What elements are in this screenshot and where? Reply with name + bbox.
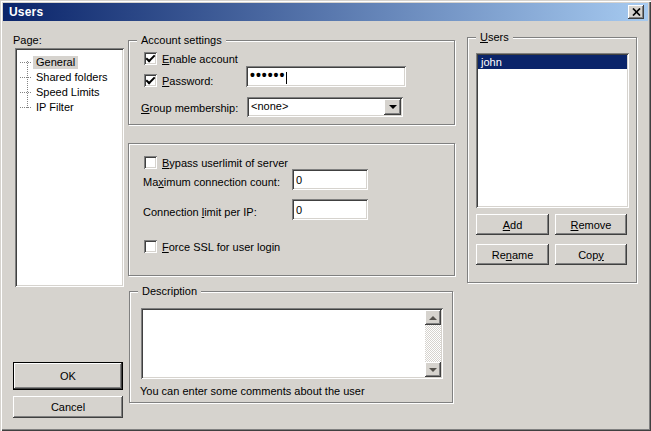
users-dialog: Users Page: General Shared folders Speed… [0, 0, 651, 431]
group-membership-value: <none> [251, 100, 288, 112]
tree-item-label: Shared folders [33, 71, 111, 84]
add-button[interactable]: Add [476, 214, 549, 235]
enable-account-checkbox[interactable] [144, 52, 157, 65]
scroll-up-button[interactable] [425, 310, 441, 325]
close-button[interactable] [628, 5, 644, 19]
copy-button[interactable]: Copy [555, 244, 627, 265]
tree-connector [20, 107, 31, 108]
cancel-button[interactable]: Cancel [13, 396, 123, 418]
password-label: Password: [162, 75, 213, 88]
page-tree[interactable]: General Shared folders Speed Limits IP F… [15, 48, 124, 287]
account-settings-title: Account settings [137, 34, 226, 47]
password-value: •••••• [250, 67, 285, 83]
scroll-down-button[interactable] [425, 362, 441, 377]
dropdown-button[interactable] [384, 99, 401, 115]
close-icon [632, 8, 641, 16]
tree-connector [20, 62, 31, 63]
ip-limit-label: Connection limit per IP: [143, 206, 257, 219]
max-connections-input[interactable] [292, 169, 368, 190]
password-input[interactable]: •••••• [246, 66, 406, 87]
remove-button[interactable]: Remove [555, 214, 627, 235]
description-title: Description [138, 285, 201, 298]
tree-item-label: IP Filter [33, 101, 77, 114]
arrow-down-icon [429, 368, 437, 372]
users-group-title: Users [476, 31, 513, 44]
bypass-userlimit-checkbox[interactable] [144, 156, 157, 169]
window-title: Users [9, 5, 43, 19]
ip-limit-input[interactable] [292, 199, 368, 220]
max-connections-label: Maximum connection count: [143, 176, 280, 189]
force-ssl-checkbox[interactable] [144, 240, 157, 253]
tree-connector [20, 77, 31, 78]
group-membership-select[interactable]: <none> [247, 97, 403, 117]
description-textarea[interactable] [141, 308, 443, 379]
text-caret [286, 72, 287, 84]
arrow-up-icon [429, 316, 437, 320]
tree-connector [20, 92, 31, 93]
user-list-item[interactable]: john [478, 55, 627, 69]
force-ssl-label: Force SSL for user login [162, 241, 280, 254]
enable-account-label: Enable account [162, 53, 238, 66]
titlebar: Users [3, 3, 648, 21]
bypass-userlimit-label: Bypass userlimit of server [162, 157, 288, 170]
user-name: john [481, 56, 502, 68]
tree-item-shared-folders[interactable]: Shared folders [20, 70, 111, 85]
tree-item-label: General [33, 56, 78, 69]
group-membership-label: Group membership: [141, 102, 238, 115]
password-checkbox[interactable] [144, 74, 157, 87]
chevron-down-icon [389, 105, 397, 109]
description-scrollbar[interactable] [425, 310, 441, 377]
tree-item-speed-limits[interactable]: Speed Limits [20, 85, 103, 100]
tree-item-ip-filter[interactable]: IP Filter [20, 100, 77, 115]
rename-button[interactable]: Rename [476, 244, 549, 265]
page-label: Page: [13, 34, 42, 47]
description-hint: You can enter some comments about the us… [140, 385, 365, 398]
tree-item-general[interactable]: General [20, 55, 78, 70]
users-listbox[interactable]: john [476, 53, 629, 208]
ok-button[interactable]: OK [13, 362, 123, 390]
tree-item-label: Speed Limits [33, 86, 103, 99]
